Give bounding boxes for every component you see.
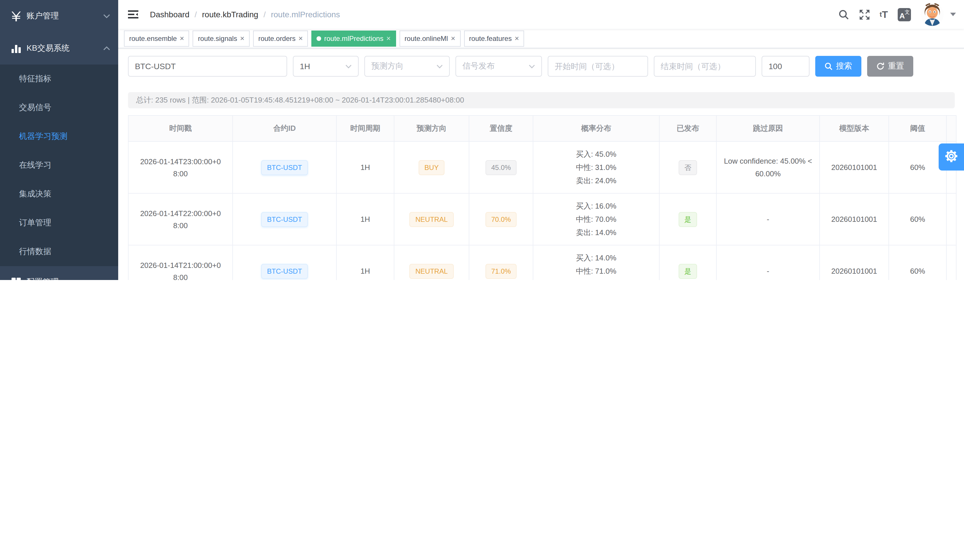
cell-period: 1H <box>336 193 394 245</box>
sidebar-item-config[interactable]: 配置管理 <box>0 266 118 280</box>
search-button[interactable]: 搜索 <box>815 56 861 76</box>
sidebar-item-label: 特征指标 <box>19 74 51 84</box>
sidebar-item-label: KB交易系统 <box>26 43 103 54</box>
close-icon[interactable]: × <box>179 34 184 42</box>
cell-threshold: 60% <box>889 141 946 193</box>
direction-tag: NEUTRAL <box>410 264 453 279</box>
sidebar-item-label: 配置管理 <box>26 277 110 280</box>
confidence-tag: 70.0% <box>485 212 516 227</box>
cell-published: 是 <box>659 245 716 280</box>
probability-line: 中性: 70.0% <box>539 213 653 226</box>
avatar[interactable] <box>921 3 944 26</box>
sidebar-item-orders[interactable]: 订单管理 <box>0 209 118 237</box>
contract-tag: BTC-USDT <box>261 264 308 279</box>
table-row: 2026-01-14T23:00:00+08:00BTC-USDT1HBUY45… <box>128 141 956 193</box>
sidebar-item-label: 账户管理 <box>26 11 103 21</box>
sidebar-item-ml-predictions[interactable]: 机器学习预测 <box>0 122 118 151</box>
cell-contract: BTC-USDT <box>233 193 336 245</box>
tab-online-ml[interactable]: route.onlineMl× <box>399 30 460 46</box>
direction-tag: NEUTRAL <box>410 212 453 227</box>
sidebar-toggle-icon[interactable] <box>128 10 138 19</box>
tab-features[interactable]: route.features× <box>464 30 524 46</box>
close-icon[interactable]: × <box>386 34 391 42</box>
end-time-input[interactable] <box>654 56 756 76</box>
chevron-down-icon <box>436 64 443 68</box>
close-icon[interactable]: × <box>240 34 244 42</box>
grid-icon <box>10 277 22 280</box>
cell-contract: BTC-USDT <box>233 141 336 193</box>
column-header-skip_reason: 跳过原因 <box>716 115 819 141</box>
contract-tag: BTC-USDT <box>261 212 308 227</box>
chevron-down-icon[interactable] <box>950 13 956 16</box>
cell-threshold: 60% <box>889 193 946 245</box>
cell-contract: BTC-USDT <box>233 245 336 280</box>
probability-line: 买入: 45.0% <box>539 148 653 161</box>
sidebar-item-accounts[interactable]: 账户管理 <box>0 0 118 32</box>
fullscreen-icon[interactable] <box>859 9 870 20</box>
breadcrumb-item-kb-trading[interactable]: route.kbTrading <box>202 10 258 19</box>
period-text: 1H <box>360 163 370 172</box>
sidebar-item-signals[interactable]: 交易信号 <box>0 93 118 122</box>
predictions-table: 时间戳合约ID时间周期预测方向置信度概率分布已发布跳过原因模型版本阈值 2026… <box>128 115 956 280</box>
cell-period: 1H <box>336 245 394 280</box>
cell-published: 是 <box>659 193 716 245</box>
cell-published: 否 <box>659 141 716 193</box>
cell-confidence: 71.0% <box>469 245 533 280</box>
contract-tag: BTC-USDT <box>261 160 308 175</box>
navbar-actions: tT A文 <box>838 3 956 26</box>
main-area: Dashboard/route.kbTrading/route.mlPredic… <box>118 0 964 280</box>
navbar: Dashboard/route.kbTrading/route.mlPredic… <box>118 0 964 29</box>
tab-label: route.features <box>469 34 512 42</box>
sidebar-item-online-learning[interactable]: 在线学习 <box>0 151 118 180</box>
close-icon[interactable]: × <box>515 34 519 42</box>
symbol-input[interactable] <box>128 56 287 76</box>
cell-confidence: 70.0% <box>469 193 533 245</box>
text-size-icon[interactable]: tT <box>879 10 888 19</box>
translate-icon[interactable]: A文 <box>898 8 911 21</box>
column-header-threshold: 阈值 <box>889 115 946 141</box>
direction-select-value: 预测方向 <box>371 61 404 71</box>
tab-ensemble[interactable]: route.ensemble× <box>124 30 189 46</box>
close-icon[interactable]: × <box>298 34 303 42</box>
period-text: 1H <box>360 215 370 224</box>
sidebar-item-features[interactable]: 特征指标 <box>0 65 118 93</box>
probability-line: 买入: 16.0% <box>539 199 653 213</box>
settings-panel-button[interactable] <box>939 143 964 170</box>
limit-input[interactable] <box>762 56 809 76</box>
start-time-input[interactable] <box>548 56 648 76</box>
tab-ml-predictions[interactable]: route.mlPredictions× <box>312 30 396 46</box>
probability-line: 卖出: 24.0% <box>539 174 653 187</box>
direction-select[interactable]: 预测方向 <box>365 56 450 76</box>
period-select[interactable]: 1H <box>293 56 358 76</box>
cell-direction: NEUTRAL <box>394 245 469 280</box>
sidebar-item-label: 机器学习预测 <box>19 131 67 142</box>
cell-skip_reason: Low confidence: 45.00% < 60.00% <box>716 141 819 193</box>
probability-line: 卖出: 14.0% <box>539 226 653 239</box>
close-icon[interactable]: × <box>451 34 455 42</box>
probability-line: 买入: 14.0% <box>539 251 653 265</box>
search-icon[interactable] <box>838 9 849 20</box>
chevron-down-icon <box>103 14 110 18</box>
tab-label: route.onlineMl <box>404 34 448 42</box>
timestamp-text: 2026-01-14T22:00:00+08:00 <box>134 207 226 231</box>
tab-orders[interactable]: route.orders× <box>253 30 308 46</box>
chevron-down-icon <box>345 64 352 68</box>
reset-button-label: 重置 <box>888 61 904 71</box>
breadcrumb-item-dashboard[interactable]: Dashboard <box>150 10 189 19</box>
threshold-text: 60% <box>910 267 925 275</box>
column-header-model_version: 模型版本 <box>819 115 889 141</box>
direction-tag: BUY <box>418 160 444 175</box>
period-select-value: 1H <box>300 62 310 71</box>
page-content: 1H预测方向信号发布搜索重置 总计: 235 rows | 范围: 2026-0… <box>118 49 964 280</box>
sidebar-item-market-data[interactable]: 行情数据 <box>0 237 118 266</box>
breadcrumb: Dashboard/route.kbTrading/route.mlPredic… <box>150 10 340 19</box>
cell-skip_reason: - <box>716 245 819 280</box>
sidebar-item-kb-trading[interactable]: KB交易系统 <box>0 32 118 65</box>
cell-probabilities: 买入: 45.0%中性: 31.0%卖出: 24.0% <box>533 141 659 193</box>
published-tag: 是 <box>679 212 697 227</box>
sidebar-item-ensemble[interactable]: 集成决策 <box>0 180 118 209</box>
tab-signals[interactable]: route.signals× <box>193 30 250 46</box>
sidebar-item-label: 行情数据 <box>19 247 51 257</box>
publish-select[interactable]: 信号发布 <box>456 56 542 76</box>
reset-button[interactable]: 重置 <box>867 56 913 76</box>
